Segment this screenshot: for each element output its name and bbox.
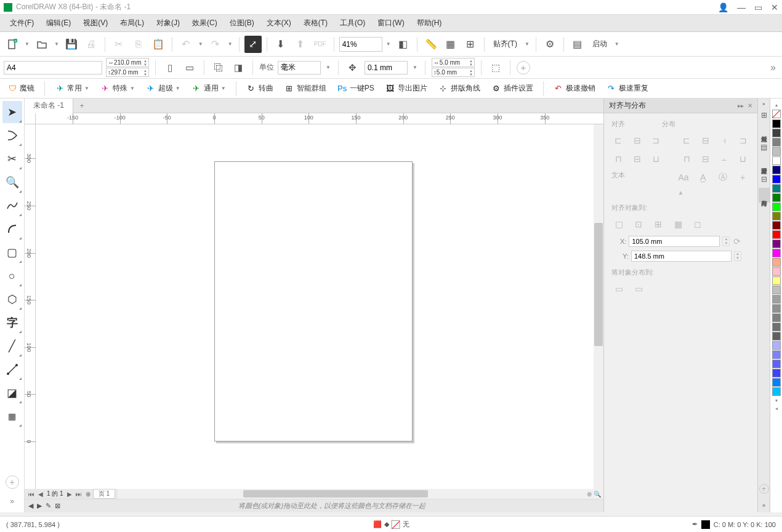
fill-indicator-icon[interactable]: ◆: [384, 520, 389, 528]
close-button[interactable]: ✕: [771, 2, 778, 12]
snap-dropdown[interactable]: ▼: [523, 41, 531, 47]
docker-tab-manager-icon[interactable]: ▤: [759, 142, 769, 152]
plugin-智能群组[interactable]: ⊞智能群组: [281, 81, 330, 95]
docker-close[interactable]: ✕: [748, 102, 752, 109]
nav-add-page[interactable]: ⊕: [84, 491, 92, 498]
plugin-极速重复[interactable]: ↷极速重复: [603, 81, 652, 95]
color-swatch[interactable]: [772, 147, 781, 156]
outline-swatch[interactable]: [701, 520, 710, 529]
zoom-dropdown[interactable]: ▼: [385, 41, 392, 47]
new-dropdown[interactable]: ▼: [23, 41, 31, 47]
color-swatch[interactable]: [772, 341, 781, 350]
menu-table[interactable]: 表格(T): [297, 15, 334, 31]
zoom-tool[interactable]: 🔍: [2, 171, 22, 193]
connector-tool[interactable]: [2, 358, 22, 381]
color-swatch[interactable]: [772, 203, 781, 211]
nav-prev[interactable]: ◀: [37, 491, 44, 498]
color-swatch[interactable]: [772, 387, 781, 396]
transparency-tool[interactable]: ▦: [2, 405, 22, 427]
coord-refresh[interactable]: ⟳: [732, 235, 741, 248]
menu-window[interactable]: 窗口(W): [371, 15, 410, 31]
color-swatch[interactable]: [772, 221, 781, 230]
docker-tab-align-icon[interactable]: ⊟: [759, 174, 769, 184]
y-field[interactable]: [631, 251, 732, 262]
dist-center-h[interactable]: ⊟: [698, 134, 712, 147]
docker-expand[interactable]: »: [759, 500, 769, 510]
plugin-一键PS[interactable]: Ps一键PS: [334, 81, 378, 95]
docker-add-button[interactable]: +: [759, 484, 769, 494]
drop-shadow-tool[interactable]: ◪: [2, 382, 22, 404]
dup-x-field[interactable]: ↔ 5.0 mm▲▼: [432, 58, 475, 67]
align-center-v[interactable]: ⊟: [631, 152, 645, 166]
color-swatch[interactable]: [772, 323, 781, 331]
menu-edit[interactable]: 编辑(E): [40, 15, 77, 31]
vertical-scrollbar[interactable]: [594, 124, 603, 489]
minimize-button[interactable]: —: [737, 2, 746, 12]
ruler-origin[interactable]: [25, 113, 36, 124]
dist-spacing-v[interactable]: ⫠: [717, 152, 732, 166]
color-swatch[interactable]: [772, 166, 781, 174]
x-field[interactable]: [629, 236, 720, 247]
color-swatch[interactable]: [772, 267, 781, 276]
launch-label[interactable]: 启动: [589, 39, 611, 49]
treat-as-filled-button[interactable]: ⬚: [488, 60, 504, 76]
docker-tab-align[interactable]: 对齐与分布: [759, 188, 770, 203]
text-bounding[interactable]: A̲: [696, 171, 711, 184]
save-button[interactable]: 💾: [63, 36, 80, 53]
docker-tab-manager[interactable]: 对象管理器: [759, 156, 770, 171]
docker-tab-properties-icon[interactable]: ⊞: [759, 110, 769, 120]
fill-swatch[interactable]: [392, 520, 400, 529]
redo-dropdown[interactable]: ▼: [227, 41, 234, 47]
unit-select[interactable]: [278, 61, 321, 75]
options-button[interactable]: ⚙: [541, 36, 558, 53]
import-button[interactable]: ⬇: [272, 36, 289, 53]
color-swatch[interactable]: [772, 193, 781, 202]
text-baseline[interactable]: Aa: [676, 171, 691, 184]
page-width-field[interactable]: ↔ 210.0 mm▲▼: [106, 58, 149, 67]
page-height-field[interactable]: ↕ 297.0 mm▲▼: [106, 68, 149, 77]
overflow-button[interactable]: »: [770, 62, 776, 73]
menu-bitmap[interactable]: 位图(B): [224, 15, 260, 31]
open-dropdown[interactable]: ▼: [53, 41, 60, 47]
print-button[interactable]: 🖨: [83, 36, 100, 53]
shape-tool[interactable]: [2, 124, 22, 147]
dist-to-page[interactable]: ▭: [631, 282, 646, 296]
docker-collapse[interactable]: ▸▸: [738, 102, 744, 109]
nav-last[interactable]: ⏭: [75, 491, 83, 498]
quick-customize-button[interactable]: +: [6, 475, 19, 489]
align-center-h[interactable]: ⊟: [631, 134, 645, 147]
menu-tools[interactable]: 工具(O): [334, 15, 371, 31]
pick-tool[interactable]: ➤: [2, 101, 22, 123]
menu-object[interactable]: 对象(J): [150, 15, 186, 31]
dist-center-v[interactable]: ⊟: [698, 152, 712, 166]
align-bottom[interactable]: ⊔: [649, 152, 663, 166]
cut-button[interactable]: ✂: [110, 36, 127, 53]
page-tab[interactable]: 页 1: [93, 489, 115, 499]
current-page-button[interactable]: ◨: [230, 60, 246, 76]
pdf-button[interactable]: PDF: [312, 36, 329, 53]
dist-spacing-h[interactable]: ⫞: [717, 134, 732, 147]
align-to-active[interactable]: ▢: [611, 217, 626, 231]
color-swatch[interactable]: [772, 286, 781, 294]
page-size-select[interactable]: [4, 61, 102, 75]
rectangle-tool[interactable]: ▢: [2, 241, 22, 264]
hint-nav-next[interactable]: ▶: [37, 502, 42, 510]
document-tab[interactable]: 未命名 -1: [25, 99, 73, 113]
new-button[interactable]: +: [4, 36, 21, 53]
horizontal-ruler[interactable]: -150-100-50050100150200250300350: [36, 113, 603, 124]
align-to-point[interactable]: ◻: [690, 217, 705, 231]
nav-next[interactable]: ▶: [66, 491, 73, 498]
snap-label[interactable]: 贴齐(T): [490, 39, 521, 49]
color-swatch[interactable]: [772, 129, 781, 137]
hint-eyedropper-icon[interactable]: ✎: [46, 502, 51, 510]
color-swatch[interactable]: [772, 258, 781, 267]
plugin-魔镜[interactable]: 🛡魔镜: [4, 81, 38, 95]
dup-y-field[interactable]: ↕ 5.0 mm▲▼: [432, 68, 475, 77]
color-swatch[interactable]: [772, 378, 781, 387]
toolbox-collapse[interactable]: »: [2, 490, 22, 512]
plugin-特殊[interactable]: ✈特殊▼: [97, 81, 139, 95]
launch-dropdown[interactable]: ▼: [613, 41, 621, 47]
user-icon[interactable]: 👤: [718, 2, 728, 12]
menu-effect[interactable]: 效果(C): [186, 15, 224, 31]
all-pages-button[interactable]: ⿻: [211, 60, 227, 76]
